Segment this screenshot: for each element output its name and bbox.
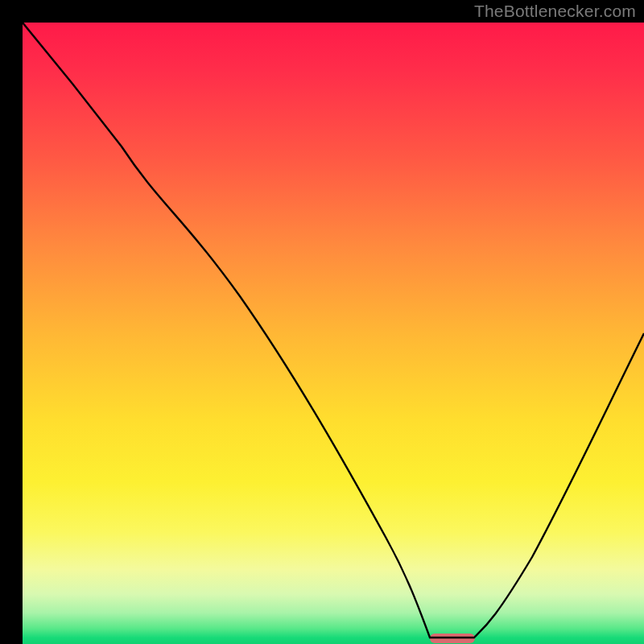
chart-frame xyxy=(11,11,633,633)
plot-area xyxy=(23,23,644,644)
watermark-text: TheBottlenecker.com xyxy=(474,2,636,21)
bottleneck-curve xyxy=(23,23,644,644)
